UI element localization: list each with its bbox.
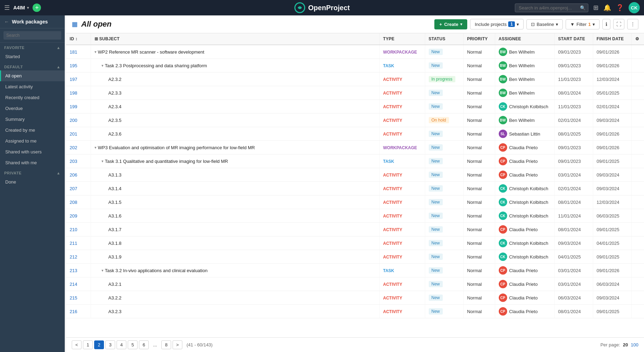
cell-row-settings — [631, 168, 644, 182]
id-link[interactable]: 208 — [70, 200, 77, 205]
id-link[interactable]: 215 — [70, 295, 77, 301]
bell-icon[interactable]: 🔔 — [603, 4, 611, 12]
assignee-avatar: CK — [499, 253, 507, 261]
global-search-input[interactable] — [515, 4, 588, 12]
cell-type: ACTIVITY — [379, 127, 425, 141]
cell-subject: A3.1.6 — [91, 209, 379, 223]
cell-assignee: CPClaudia Prieto — [495, 154, 554, 168]
grid-icon[interactable]: ⊞ — [593, 4, 598, 12]
id-link[interactable]: 216 — [70, 309, 77, 314]
user-avatar[interactable]: CK — [629, 2, 640, 13]
cell-status: New — [425, 195, 463, 209]
col-status[interactable]: STATUS — [425, 33, 463, 45]
id-link[interactable]: 210 — [70, 227, 77, 232]
id-link[interactable]: 195 — [70, 63, 77, 68]
filter-button[interactable]: ▼ Filter 1 ▾ — [566, 19, 600, 29]
sidebar-item-recently-created[interactable]: Recently created — [0, 92, 65, 103]
cell-start-date: 08/01/2025 — [554, 127, 593, 141]
cell-priority: Normal — [463, 73, 495, 86]
assignee-name: Claudia Prieto — [509, 295, 538, 301]
page-4-button[interactable]: 4 — [117, 340, 126, 349]
id-link[interactable]: 214 — [70, 282, 77, 287]
col-id[interactable]: ID ↕ — [66, 33, 91, 45]
more-options-button[interactable]: ⋮ — [627, 19, 638, 29]
id-link[interactable]: 200 — [70, 118, 77, 123]
sidebar-item-created-by-me[interactable]: Created by me — [0, 125, 65, 136]
default-section-header[interactable]: DEFAULT ▲ — [0, 62, 65, 70]
id-link[interactable]: 203 — [70, 159, 77, 164]
col-priority[interactable]: PRIORITY — [463, 33, 495, 45]
page-8-button[interactable]: 8 — [161, 340, 171, 349]
id-link[interactable]: 213 — [70, 268, 77, 273]
sidebar: ← Work packages FAVORITE ▲ Started DEFAU… — [0, 15, 65, 352]
id-link[interactable]: 211 — [70, 241, 77, 246]
col-assignee[interactable]: ASSIGNEE — [495, 33, 554, 45]
cell-start-date: 09/01/2023 — [554, 141, 593, 154]
cell-start-date: 11/01/2023 — [554, 100, 593, 113]
sidebar-item-overdue[interactable]: Overdue — [0, 103, 65, 114]
id-link[interactable]: 199 — [70, 104, 77, 109]
type-badge: ACTIVITY — [383, 241, 402, 246]
col-type[interactable]: TYPE — [379, 33, 425, 45]
col-start-date[interactable]: START DATE — [554, 33, 593, 45]
sidebar-search-wrap — [0, 28, 65, 43]
status-badge: New — [429, 281, 443, 287]
private-section-header[interactable]: PRIVATE ▲ — [0, 168, 65, 177]
page-prev-button[interactable]: < — [72, 340, 82, 349]
expand-icon[interactable]: ▾ — [94, 145, 97, 150]
new-project-button[interactable]: + — [33, 4, 41, 12]
id-link[interactable]: 207 — [70, 186, 77, 191]
sidebar-item-summary[interactable]: Summary — [0, 114, 65, 125]
page-1-button[interactable]: 1 — [83, 340, 93, 349]
sidebar-item-all-open[interactable]: All open — [0, 70, 65, 81]
topnav: ☰ A4IM ▾ + OpenProject 🔍 ⊞ 🔔 ❓ CK — [0, 0, 644, 15]
per-page-100[interactable]: 100 — [631, 342, 638, 347]
cell-row-settings — [631, 182, 644, 195]
id-link[interactable]: 198 — [70, 90, 77, 96]
id-link[interactable]: 197 — [70, 77, 77, 82]
sidebar-item-done[interactable]: Done — [0, 177, 65, 187]
id-link[interactable]: 206 — [70, 172, 77, 178]
sidebar-item-shared-with-users[interactable]: Shared with users — [0, 146, 65, 157]
sidebar-item-shared-with-me[interactable]: Shared with me — [0, 157, 65, 168]
page-3-button[interactable]: 3 — [105, 340, 115, 349]
baseline-button[interactable]: ⊡ Baseline ▾ — [526, 19, 563, 29]
type-badge: ACTIVITY — [383, 309, 402, 314]
id-link[interactable]: 181 — [70, 49, 77, 55]
per-page-20[interactable]: 20 — [623, 342, 628, 347]
sidebar-item-started[interactable]: Started — [0, 51, 65, 62]
col-settings[interactable]: ⚙ — [631, 33, 644, 45]
id-link[interactable]: 201 — [70, 131, 77, 137]
expand-icon[interactable]: ▾ — [94, 50, 97, 54]
cell-type: ACTIVITY — [379, 168, 425, 182]
back-icon[interactable]: ← — [4, 19, 9, 25]
page-next-button[interactable]: > — [173, 340, 182, 349]
id-link[interactable]: 212 — [70, 254, 77, 260]
hierarchy-icon: ⊞ — [94, 36, 98, 41]
page-5-button[interactable]: 5 — [128, 340, 138, 349]
cell-priority: Normal — [463, 168, 495, 182]
id-link[interactable]: 202 — [70, 145, 77, 150]
col-subject[interactable]: ⊞ SUBJECT — [91, 33, 379, 45]
brand-button[interactable]: A4IM ▾ — [13, 5, 29, 11]
page-2-button[interactable]: 2 — [94, 340, 104, 349]
id-link[interactable]: 209 — [70, 213, 77, 219]
create-button[interactable]: + Create ▾ — [434, 19, 467, 29]
sidebar-item-assigned-to-me[interactable]: Assigned to me — [0, 136, 65, 146]
sidebar-search-input[interactable] — [4, 31, 61, 40]
page-6-button[interactable]: 6 — [139, 340, 149, 349]
col-finish-date[interactable]: FINISH DATE — [593, 33, 631, 45]
cell-finish-date: 09/01/2026 — [593, 127, 631, 141]
cell-type: WORKPACKAGE — [379, 141, 425, 154]
hamburger-icon[interactable]: ☰ — [4, 4, 10, 12]
expand-icon[interactable]: ▾ — [102, 63, 104, 68]
info-button[interactable]: ℹ — [602, 19, 610, 29]
help-icon[interactable]: ❓ — [616, 4, 624, 12]
favorite-section-header[interactable]: FAVORITE ▲ — [0, 43, 65, 51]
include-projects-button[interactable]: Include projects 1 ▾ — [470, 19, 524, 29]
cell-status: New — [425, 305, 463, 318]
expand-icon[interactable]: ▾ — [102, 268, 104, 273]
sidebar-item-latest-activity[interactable]: Latest activity — [0, 81, 65, 92]
fullscreen-button[interactable]: ⛶ — [613, 19, 624, 29]
expand-icon[interactable]: ▾ — [102, 159, 104, 164]
